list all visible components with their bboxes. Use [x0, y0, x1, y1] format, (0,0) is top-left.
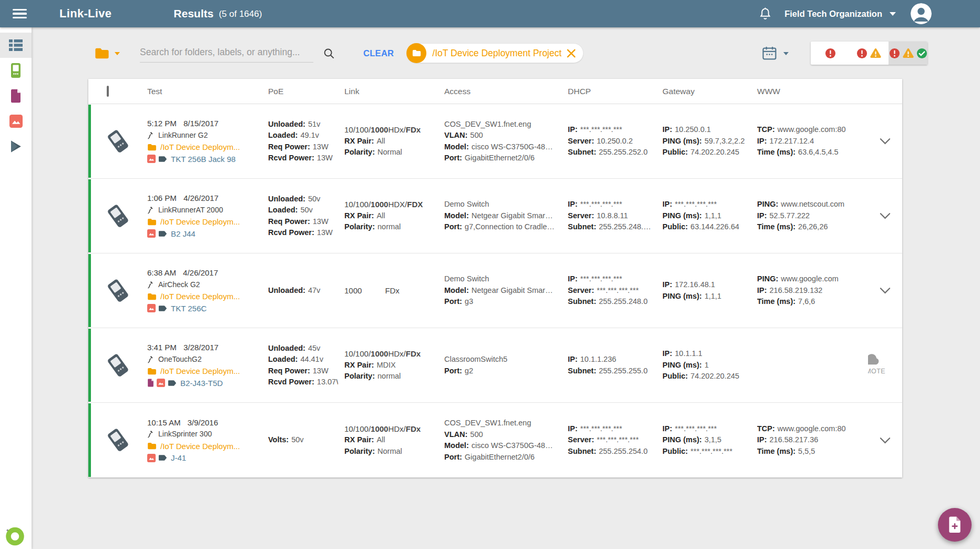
select-all-checkbox[interactable] [107, 86, 109, 97]
tag-icon [158, 305, 167, 312]
gateway-cell: IP:***.***.***.***PING (ms):3,1,5Public:… [662, 403, 757, 477]
close-icon[interactable] [566, 48, 576, 58]
field-line: Polarity:normal [344, 371, 438, 382]
folder-link[interactable]: /IoT Device Deploym... [160, 365, 240, 377]
label-link[interactable]: TKT 256C [171, 303, 207, 314]
dhcp-cell: IP:***.***.***.***Server:10.8.8.11Subnet… [568, 179, 662, 253]
test-summary-cell: 6:38 AM 4/26/2017 AirCheck G2 /IoT Devic… [147, 253, 268, 328]
www-cell: TCP:www.google.com:80IP:216.58.217.36Tim… [757, 403, 868, 477]
field-line: IP:216.58.217.36 [757, 434, 862, 446]
sidebar-item-play-store[interactable] [0, 134, 32, 159]
search-input[interactable] [140, 44, 313, 63]
folder-line: /IoT Device Deploym... [147, 291, 262, 302]
test-summary-cell: 10:15 AM 3/9/2016 LinkSprinter 300 /IoT … [147, 403, 268, 477]
access-cell: COS_DEV_SW1.fnet.engVLAN:500Model:cisco … [444, 104, 568, 178]
link-mode: 10/100/1000HDx/FDx [344, 423, 438, 435]
field-line: Server:10.250.0.2 [568, 136, 656, 147]
link-mode-part: HDx/ [388, 125, 405, 134]
folder-filter-chip[interactable]: /IoT Device Deployment Project [406, 43, 584, 63]
test-datetime: 10:15 AM 3/9/2016 [147, 417, 262, 429]
test-time: 5:12 PM [147, 118, 177, 129]
table-row[interactable]: 10:15 AM 3/9/2016 LinkSprinter 300 /IoT … [88, 403, 902, 477]
field-line: IP:***.***.***.*** [568, 124, 656, 136]
sidebar-item-handheld-testers[interactable] [0, 58, 32, 83]
filter-errors-button[interactable] [811, 42, 850, 65]
page-title: Results [173, 7, 213, 20]
chevron-down-icon[interactable] [880, 287, 891, 294]
calendar-icon [762, 46, 777, 60]
folder-link[interactable]: /IoT Device Deploym... [160, 441, 240, 452]
gateway-cell: IP:172.16.48.1PING (ms):1,1,1 [662, 253, 757, 328]
test-time: 10:15 AM [147, 417, 180, 429]
column-header-www: WWW [757, 87, 868, 96]
cable-icon [147, 355, 155, 363]
field-line: Demo Switch [444, 273, 562, 285]
link-mode: 10/100/1000HDx/FDx [344, 124, 438, 136]
field-line: Subnet:255.255.255.0 [568, 365, 656, 377]
field-line: IP:52.5.77.222 [757, 210, 862, 222]
remote-label: REMOTE [868, 366, 885, 378]
organization-name: Field Tech Organization [784, 9, 882, 19]
account-icon[interactable] [911, 3, 932, 24]
test-date: 3/28/2017 [183, 342, 219, 353]
filter-errors-warnings-button[interactable] [850, 42, 889, 65]
label-link[interactable]: B2-J43-T5D [180, 378, 223, 389]
table-row[interactable]: 3:41 PM 3/28/2017 OneTouchG2 /IoT Device… [88, 328, 902, 403]
cable-icon [147, 430, 155, 438]
filter-all-results-button[interactable] [889, 42, 927, 65]
table-row[interactable]: 6:38 AM 4/26/2017 AirCheck G2 /IoT Devic… [88, 253, 902, 328]
chevron-down-icon[interactable] [880, 138, 891, 145]
folder-link[interactable]: /IoT Device Deploym... [160, 216, 240, 228]
field-line: Subnet:255.255.252.0 [568, 147, 656, 158]
field-line: Subnet:255.255.248.… [568, 221, 656, 233]
www-cell: PING:www.netscout.comIP:52.5.77.222Time … [757, 179, 868, 253]
chevron-down-icon[interactable] [880, 212, 891, 219]
folder-link[interactable]: /IoT Device Deploym... [160, 141, 240, 153]
handheld-tester-icon [10, 63, 22, 78]
app-brand[interactable]: Link-Live [59, 7, 111, 21]
search-icon[interactable] [323, 47, 335, 59]
field-line: Model:cisco WS-C3750G-48… [444, 440, 562, 452]
table-row[interactable]: 5:12 PM 8/15/2017 LinkRunner G2 /IoT Dev… [88, 104, 902, 179]
date-range-button[interactable] [762, 46, 789, 60]
label-link[interactable]: B2 J44 [171, 228, 196, 240]
status-bar-success [88, 254, 91, 327]
chevron-down-icon[interactable] [880, 437, 891, 444]
search-field [140, 44, 335, 63]
sidebar-item-image-reports[interactable] [0, 108, 32, 134]
folder-icon [147, 442, 157, 450]
link-mode-part: 1000 [371, 200, 388, 209]
menu-icon[interactable] [13, 9, 27, 19]
field-line: Req Power:13W [268, 141, 338, 153]
top-app-bar: Link-Live Results (5 of 1646) Field Tech… [0, 0, 980, 27]
tag-icon [158, 454, 167, 461]
warning-icon [902, 48, 914, 59]
device-line: LinkRunnerAT 2000 [147, 205, 262, 216]
field-line: IP:***.***.***.*** [662, 199, 751, 210]
folder-icon [147, 293, 157, 300]
photo-icon [147, 229, 156, 238]
test-summary-cell: 5:12 PM 8/15/2017 LinkRunner G2 /IoT Dev… [147, 104, 268, 178]
www-cell [757, 328, 868, 402]
folder-link[interactable]: /IoT Device Deploym... [160, 291, 240, 302]
label-link[interactable]: J-41 [171, 452, 186, 464]
label-link[interactable]: TKT 256B Jack 98 [171, 154, 236, 165]
caret-down-icon [783, 52, 789, 58]
bell-icon[interactable] [759, 7, 772, 21]
link-mode-part: 10/100/ [344, 424, 371, 433]
folder-icon [147, 144, 157, 151]
organization-selector[interactable]: Field Tech Organization [784, 8, 896, 19]
folder-icon [147, 218, 157, 226]
create-report-fab[interactable] [938, 508, 972, 542]
field-line: PING (ms):59.7,3.2,2.2 [662, 136, 751, 147]
sidebar-item-document-reports[interactable] [0, 83, 32, 108]
test-time: 6:38 AM [147, 267, 176, 279]
field-line: Unloaded:51v [268, 119, 338, 130]
table-row[interactable]: 1:06 PM 4/26/2017 LinkRunnerAT 2000 /IoT… [88, 179, 902, 253]
tester-device-icon [104, 351, 132, 380]
cable-icon [147, 281, 155, 289]
clear-filters-button[interactable]: CLEAR [363, 48, 394, 58]
field-line: RX Pair:All [344, 434, 438, 446]
sidebar-item-results[interactable] [0, 33, 32, 58]
folder-filter-button[interactable] [95, 47, 120, 59]
